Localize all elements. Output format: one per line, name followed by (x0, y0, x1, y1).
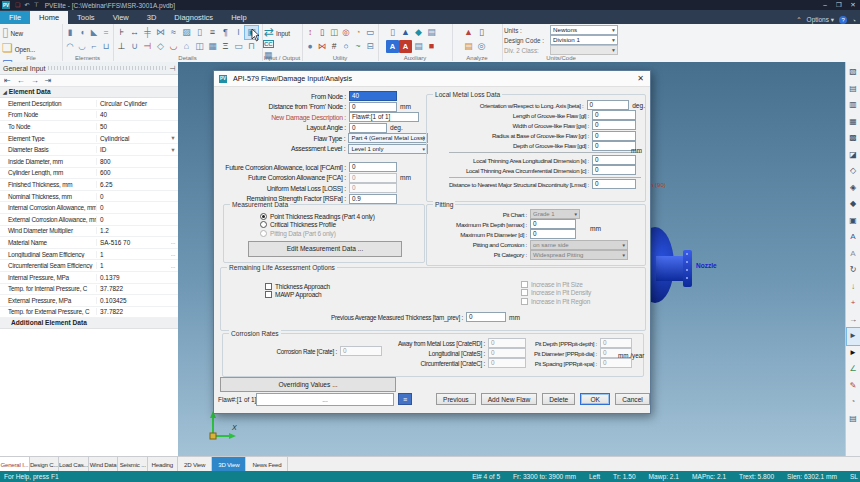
auxiliary-report-icon[interactable]: ▤ (412, 40, 425, 53)
radio-critical-thickness-profile-circle[interactable] (260, 221, 267, 228)
report-view-icon[interactable]: ▤ (847, 411, 860, 428)
flaw-list-icon[interactable]: ≡ (398, 393, 412, 405)
grid-row[interactable]: Circumferential Seam Efficiency1... (0, 260, 178, 272)
utility-flange-icon[interactable]: ● (304, 40, 316, 52)
element-body-flange-icon[interactable]: = (100, 26, 112, 38)
layout-angle-input[interactable]: 0 (349, 123, 387, 133)
element-cylinder-icon[interactable]: ▮ (64, 26, 76, 38)
grid-value[interactable]: 37.7822 (97, 285, 178, 292)
zoom-out-icon[interactable]: A (847, 246, 860, 263)
utility-transport-icon[interactable]: ▭ (364, 26, 376, 38)
detail-liquid-icon[interactable]: ≈ (167, 26, 180, 39)
next-record-icon[interactable]: → (31, 75, 39, 86)
view-iso-icon[interactable]: ▧ (847, 64, 860, 81)
undo-icon[interactable]: ↶ (24, 2, 29, 8)
spin-view-icon[interactable]: ◆ (847, 196, 860, 213)
chevron-down-icon[interactable]: ▼ (168, 147, 178, 153)
grid-value[interactable]: 1.2 (97, 227, 178, 234)
detail-span-icon[interactable]: ↔ (128, 26, 141, 39)
utility-gauge-icon[interactable]: ◔ (352, 26, 364, 38)
grid-row[interactable]: From Node40 (0, 110, 178, 122)
pin-icon[interactable]: ⊤ (168, 65, 176, 71)
element-elliptical-head-icon[interactable]: ◖ (76, 26, 88, 38)
checkbox-thickness-approach-box[interactable] (265, 283, 272, 290)
max-pit-diameter-input[interactable]: 0 (530, 229, 576, 239)
auxiliary-pdf-icon[interactable]: ■ (425, 40, 438, 53)
grid-value[interactable]: 0 (97, 204, 178, 211)
detail-support-icon[interactable]: ⊦ (115, 26, 128, 39)
radio-critical-thickness-profile[interactable]: Critical Thickness Profile (260, 221, 424, 230)
analyze-run-icon[interactable]: ▲ (462, 26, 475, 39)
view-side-icon[interactable]: ▦ (847, 114, 860, 131)
grid-value[interactable]: 0.1379 (97, 274, 178, 281)
view-top-icon[interactable]: ▤ (847, 81, 860, 98)
chevron-down-icon[interactable]: ▼ (168, 135, 178, 141)
add-node-icon[interactable]: → (847, 312, 860, 329)
ribbon-tab-3d[interactable]: 3D (138, 11, 166, 24)
detail-saddle-icon[interactable]: ◡ (167, 40, 180, 53)
units-select[interactable]: Newtons▼ (550, 25, 618, 35)
tab-seismic-data[interactable]: Seismic ... (118, 457, 148, 472)
grid-value[interactable]: 1 (97, 262, 168, 269)
prev-thickness-input[interactable]: 0 (466, 312, 506, 322)
max-pit-depth-input[interactable]: 0 (530, 219, 576, 229)
grid-value[interactable]: 800 (97, 158, 178, 165)
view-front-icon[interactable]: ▥ (847, 97, 860, 114)
delete-button[interactable]: Delete (542, 393, 575, 405)
analyze-output-icon[interactable]: ▤ (462, 40, 475, 53)
tab-design-constraints[interactable]: Design C... (30, 457, 60, 472)
lta-circumferential-input[interactable]: 0 (592, 165, 636, 175)
assessment-level-input[interactable]: Level 1 only▼ (348, 144, 428, 154)
lta-longitudinal-input[interactable]: 0 (592, 155, 636, 165)
element-welded-cap-icon[interactable]: ◠ (64, 40, 76, 52)
nozzle-barrel-3d[interactable] (656, 256, 684, 281)
grid-value[interactable]: 40 (97, 111, 178, 118)
first-record-icon[interactable]: ⇤ (4, 75, 11, 86)
ribbon-tab-help[interactable]: Help (222, 11, 255, 24)
rsfa-input[interactable]: 0.9 (349, 194, 397, 204)
section-additional-element-data[interactable]: Additional Element Data (0, 318, 178, 329)
grid-value[interactable]: 0 (97, 216, 178, 223)
input-button[interactable]: ⇄ Input (264, 25, 290, 39)
detail-nozzle-icon[interactable]: ⊣ (141, 40, 154, 53)
overriding-values-button[interactable]: Overriding Values ... (220, 377, 396, 392)
view-bottom-icon[interactable]: ◪ (847, 147, 860, 164)
ribbon-tab-tools[interactable]: Tools (68, 11, 104, 24)
last-record-icon[interactable]: ⇥ (45, 75, 52, 86)
grid-row[interactable]: Internal Corrosion Allowance, mm0 (0, 202, 178, 214)
grid-value[interactable]: 600 (97, 169, 178, 176)
groove-width-input[interactable]: 0 (592, 120, 636, 130)
marker-icon[interactable]: + (847, 295, 860, 312)
grid-value[interactable]: SA-516 70 (97, 239, 168, 246)
groove-length-input[interactable]: 0 (592, 110, 636, 120)
grid-row[interactable]: Material NameSA-516 70... (0, 237, 178, 249)
grid-value[interactable]: 0.103425 (97, 297, 178, 304)
detail-list-icon[interactable]: ≡ (206, 26, 219, 39)
grid-value[interactable]: ID (97, 146, 168, 153)
utility-tank-icon[interactable]: ▯ (316, 26, 328, 38)
tab-wind-data[interactable]: Wind Data (89, 457, 119, 472)
detail-weld-icon[interactable]: I (232, 26, 245, 39)
grid-value[interactable]: Circular Cylinder (97, 100, 178, 107)
utility-spring-icon[interactable]: ~ (352, 40, 364, 52)
ellipsis-button[interactable]: ... (168, 251, 178, 257)
grid-row[interactable]: Temp. for External Pressure, C37.7822 (0, 307, 178, 319)
tab-news-feed[interactable]: News Feed (246, 457, 288, 472)
new-damage-description-input[interactable]: Flaw#:[1 of 1] (349, 112, 419, 122)
utility-valve-icon[interactable]: ⋈ (316, 40, 328, 52)
detail-platform-icon[interactable]: ▦ (206, 40, 219, 53)
ellipsis-button[interactable]: ... (168, 263, 178, 269)
redline-icon[interactable]: ✎ (847, 378, 860, 395)
grid-row[interactable]: Wind Diameter Multiplier1.2 (0, 226, 178, 238)
ok-button[interactable]: OK (580, 393, 610, 405)
grid-row[interactable]: Inside Diameter, mm800 (0, 156, 178, 168)
auxiliary-tube-icon[interactable]: ▯ (386, 26, 399, 39)
collapse-ribbon-icon[interactable]: ⌃ (796, 16, 801, 24)
ellipsis-button[interactable]: ... (168, 239, 178, 245)
tab-3d-view[interactable]: 3D View (212, 457, 246, 472)
grid-value[interactable]: 0 (97, 193, 178, 200)
grid-row[interactable]: Finished Thickness, mm6.25 (0, 179, 178, 191)
orbit-view-icon[interactable]: ◈ (847, 180, 860, 197)
lmsd-input[interactable]: 0 (592, 179, 636, 189)
grid-row[interactable]: Temp. for Internal Pressure, C37.7822 (0, 284, 178, 296)
